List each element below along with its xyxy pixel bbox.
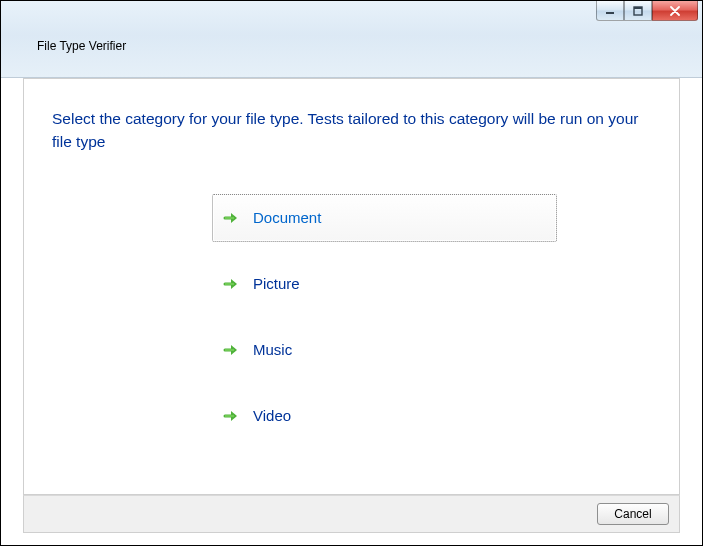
arrow-right-icon <box>223 276 239 292</box>
close-icon <box>669 6 681 16</box>
category-options: Document Picture Music Video <box>212 194 557 440</box>
svg-rect-2 <box>634 7 642 9</box>
svg-rect-0 <box>606 12 614 14</box>
arrow-right-icon <box>223 210 239 226</box>
arrow-right-icon <box>223 408 239 424</box>
option-label: Video <box>253 407 291 424</box>
content-panel: Select the category for your file type. … <box>23 78 680 495</box>
maximize-icon <box>633 6 643 16</box>
close-button[interactable] <box>652 1 698 21</box>
cancel-button[interactable]: Cancel <box>597 503 669 525</box>
maximize-button[interactable] <box>624 1 652 21</box>
category-option-music[interactable]: Music <box>212 326 557 374</box>
category-option-picture[interactable]: Picture <box>212 260 557 308</box>
page-heading: Select the category for your file type. … <box>52 107 651 154</box>
minimize-icon <box>605 6 615 16</box>
window-title: File Type Verifier <box>37 39 126 53</box>
dialog-footer: Cancel <box>23 495 680 533</box>
titlebar: File Type Verifier <box>1 1 702 78</box>
window-controls <box>596 1 698 21</box>
option-label: Picture <box>253 275 300 292</box>
option-label: Document <box>253 209 321 226</box>
minimize-button[interactable] <box>596 1 624 21</box>
dialog-window: File Type Verifier Select the category f… <box>0 0 703 546</box>
content-inner: Select the category for your file type. … <box>24 79 679 468</box>
option-label: Music <box>253 341 292 358</box>
category-option-document[interactable]: Document <box>212 194 557 242</box>
arrow-right-icon <box>223 342 239 358</box>
category-option-video[interactable]: Video <box>212 392 557 440</box>
